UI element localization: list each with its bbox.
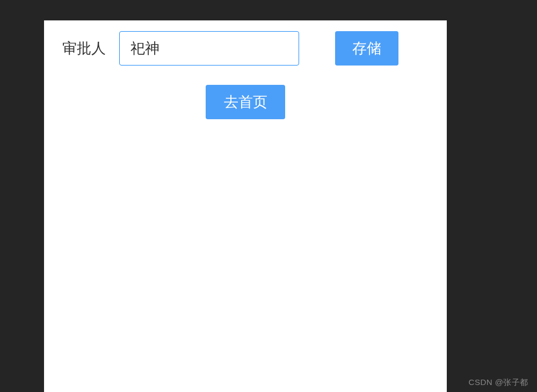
form-row-approver: 审批人 存储 bbox=[44, 20, 447, 66]
save-button[interactable]: 存储 bbox=[335, 31, 398, 66]
approver-input[interactable] bbox=[119, 31, 299, 66]
main-panel: 审批人 存储 去首页 bbox=[44, 20, 447, 392]
approver-label: 审批人 bbox=[62, 39, 106, 58]
go-home-button[interactable]: 去首页 bbox=[206, 85, 285, 119]
watermark-text: CSDN @张子都 bbox=[469, 378, 528, 388]
home-button-row: 去首页 bbox=[44, 85, 447, 119]
